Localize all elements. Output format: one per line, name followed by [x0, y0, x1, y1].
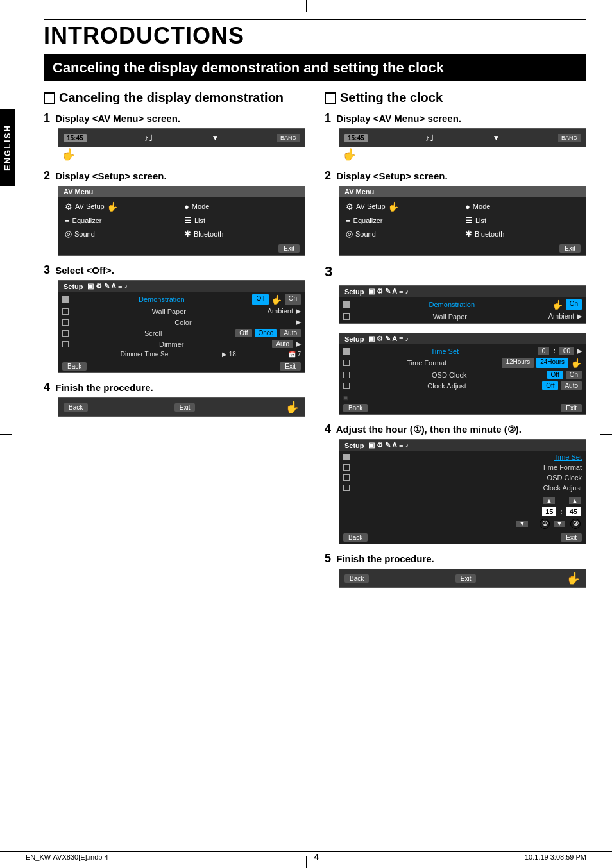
right-demo-label: Demonstration — [429, 301, 475, 308]
back-btn-right4: Back — [343, 533, 368, 542]
right-step3-screen2: Setup ▣ ⚙ ✎ A ≡ ♪ Time Set 0 : — [339, 333, 586, 415]
exit-btn-left3: Exit — [280, 362, 301, 371]
exit-btn-right4: Exit — [561, 533, 582, 542]
checkbox-icon-right — [325, 92, 336, 104]
hour-down-btn[interactable]: ▼ — [516, 521, 528, 527]
mode-item: ● Mode — [182, 199, 301, 213]
exit-btn-left4: Exit — [174, 403, 196, 412]
right-list: ☰ List — [463, 213, 582, 227]
right-step4-label: 4 Adjust the hour (①), then the minute (… — [325, 422, 586, 436]
back-btn-right5: Back — [344, 574, 369, 583]
page-number: 4 — [314, 852, 319, 862]
bluetooth-item-left: ✱ Bluetooth — [182, 227, 301, 240]
circle-1: ① — [540, 519, 550, 529]
language-label: ENGLISH — [0, 109, 15, 186]
right-step2-label: 2 Display <Setup> screen. — [325, 169, 586, 183]
right-step1-label: 1 Display <AV Menu> screen. — [325, 112, 586, 125]
min-display: 45 — [566, 507, 581, 516]
off-btn: Off — [252, 294, 268, 305]
right-step5: 5 Finish the procedure. Back Exit 👆 — [325, 552, 586, 588]
right-mode: ● Mode — [463, 199, 582, 213]
av-menu-title-left: AV Menu — [58, 187, 305, 197]
right-step3-screen1: Setup ▣ ⚙ ✎ A ≡ ♪ Demonstration 👆 On — [339, 285, 586, 328]
right-bluetooth: ✱ Bluetooth — [463, 227, 582, 240]
left-step3-screen: Setup ▣ ⚙ ✎ A ≡ ♪ Demonstration Off 👆 — [58, 280, 305, 373]
right-sound: ◎ Sound — [343, 227, 463, 240]
band-right1: BAND — [558, 134, 581, 142]
min-up-btn[interactable]: ▲ — [569, 497, 581, 504]
left-step2-label: 2 Display <Setup> screen. — [44, 169, 305, 183]
left-section-title: Canceling the display demonstration — [44, 90, 305, 105]
exit-btn-right3: Exit — [561, 404, 582, 412]
list-item-left: ☰ List — [182, 213, 301, 227]
on-btn: On — [285, 294, 301, 305]
exit-btn-left2: Exit — [278, 244, 300, 253]
left-step2: 2 Display <Setup> screen. AV Menu ⚙ AV S… — [44, 169, 305, 256]
hand-right1: 👆 — [343, 147, 357, 162]
right-step4-screen: Setup ▣ ⚙ ✎ A ≡ ♪ Time Set Ti — [339, 439, 586, 544]
right-av-setup: ⚙ AV Setup 👆 — [343, 199, 463, 213]
left-column: Canceling the display demonstration 1 Di… — [44, 90, 305, 596]
time-display-right1: 15:45 — [344, 134, 368, 142]
right-on-btn: On — [566, 299, 582, 310]
left-step3-label: 3 Select <Off>. — [44, 263, 305, 277]
back-btn-left4: Back — [64, 403, 88, 412]
bleed-mark-right — [600, 434, 612, 435]
demonstration-label: Demonstration — [139, 296, 185, 303]
hand-left4: 👆 — [285, 400, 300, 414]
right-step3: 3 Setup ▣ ⚙ ✎ A ≡ ♪ Demonstration — [325, 263, 586, 415]
right-step4: 4 Adjust the hour (①), then the minute (… — [325, 422, 586, 544]
bleed-mark-left — [0, 434, 12, 435]
back-btn-left3: Back — [62, 362, 87, 371]
right-step3-numeral: 3 — [325, 263, 586, 280]
section-banner: Canceling the display demonstration and … — [44, 54, 586, 81]
equalizer-item: ≡ Equalizer — [62, 213, 182, 227]
exit-btn-right2: Exit — [559, 244, 581, 253]
top-divider — [44, 19, 586, 20]
right-step2-screen: AV Menu ⚙ AV Setup 👆 ● Mode — [339, 186, 586, 256]
band-left1: BAND — [277, 134, 300, 142]
back-btn-right3: Back — [343, 404, 368, 412]
left-step4-screen: Back Exit 👆 — [58, 397, 305, 417]
hour-up-btn[interactable]: ▲ — [543, 497, 555, 504]
hand-right5: 👆 — [566, 571, 581, 585]
right-step1-screen: 15:45 ♪♩ ▼ BAND 👆 — [339, 128, 586, 162]
left-step4-label: 4 Finish the procedure. — [44, 381, 305, 394]
left-step3: 3 Select <Off>. Setup ▣ ⚙ ✎ A ≡ ♪ — [44, 263, 305, 373]
right-step2: 2 Display <Setup> screen. AV Menu ⚙ AV S… — [325, 169, 586, 256]
right-section-title: Setting the clock — [325, 90, 586, 105]
sound-item-left: ◎ Sound — [62, 227, 182, 240]
hour-display: 15 — [542, 507, 556, 516]
right-step5-label: 5 Finish the procedure. — [325, 552, 586, 565]
main-title: INTRODUCTIONS — [44, 22, 586, 49]
left-title-text: Canceling the display demonstration — [59, 90, 284, 105]
bleed-mark-top — [306, 0, 307, 12]
left-step1-screen: 15:45 ♪♩ ▼ BAND 👆 — [58, 128, 305, 162]
left-step1-label: 1 Display <AV Menu> screen. — [44, 112, 305, 125]
time-display-left1: 15:45 — [64, 134, 87, 142]
footer-left: EN_KW-AVX830[E].indb 4 — [26, 853, 108, 861]
footer-right: 10.1.19 3:08:59 PM — [525, 853, 586, 861]
exit-btn-right5: Exit — [455, 574, 477, 583]
min-down-btn[interactable]: ▼ — [554, 521, 565, 527]
left-step4: 4 Finish the procedure. Back Exit 👆 — [44, 381, 305, 417]
page: ENGLISH INTRODUCTIONS Canceling the disp… — [0, 0, 612, 868]
checkbox-icon-left — [44, 92, 55, 104]
right-step5-screen: Back Exit 👆 — [339, 569, 586, 588]
right-step1: 1 Display <AV Menu> screen. 15:45 ♪♩ ▼ B… — [325, 112, 586, 162]
circle-2: ② — [570, 519, 581, 529]
av-setup-item: ⚙ AV Setup 👆 — [62, 199, 182, 213]
time-set-label: Time Set — [431, 347, 459, 355]
av-menu-title-right: AV Menu — [339, 187, 586, 197]
left-step2-screen: AV Menu ⚙ AV Setup 👆 ● Mode — [58, 186, 305, 256]
page-footer: EN_KW-AVX830[E].indb 4 4 10.1.19 3:08:59… — [0, 851, 612, 862]
left-step1: 1 Display <AV Menu> screen. 15:45 ♪♩ ▼ B… — [44, 112, 305, 162]
banner-text: Canceling the display demonstration and … — [53, 60, 444, 76]
right-equalizer: ≡ Equalizer — [343, 213, 463, 227]
hand-icon-left1: 👆 — [62, 147, 76, 162]
24hrs-btn: 24Hours — [536, 358, 568, 368]
right-title-text: Setting the clock — [340, 90, 443, 105]
right-column: Setting the clock 1 Display <AV Menu> sc… — [325, 90, 586, 596]
content-columns: Canceling the display demonstration 1 Di… — [44, 90, 586, 596]
